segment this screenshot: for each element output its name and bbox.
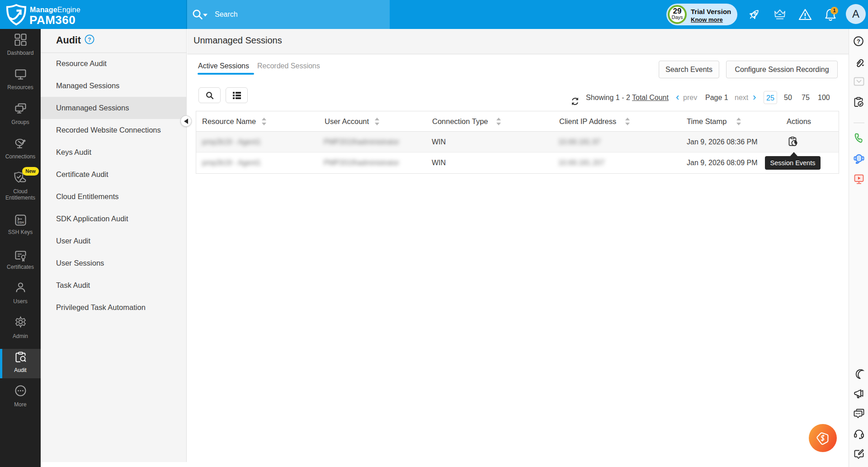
svg-text:?: ? [88,37,91,43]
svg-text:?: ? [857,38,860,45]
svg-text:SSH: SSH [17,221,24,224]
